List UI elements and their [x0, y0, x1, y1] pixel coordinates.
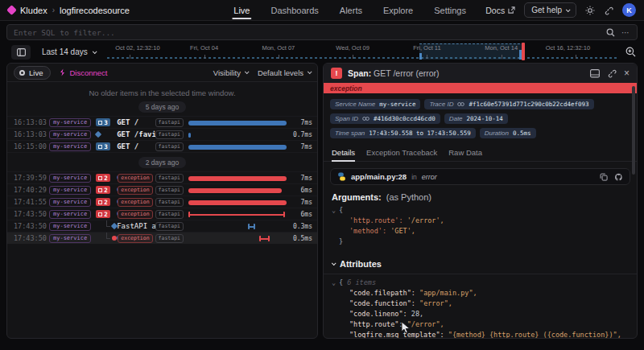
- chevron-down-icon: [332, 261, 336, 266]
- theme-toggle-button[interactable]: [585, 6, 595, 15]
- link-icon[interactable]: [607, 68, 617, 78]
- github-icon[interactable]: [614, 173, 623, 181]
- timeline-baseline: [107, 57, 619, 59]
- tab-details[interactable]: Details: [332, 146, 355, 161]
- tick-label: Fri, Oct 04: [190, 44, 218, 51]
- timeline-track[interactable]: Oct 02, 12:32:10 Fri, Oct 04 Mon, Oct 07…: [107, 43, 619, 61]
- more-options-icon[interactable]: ⋯: [621, 28, 630, 37]
- trace-row[interactable]: 17:40:29 my-service 2 GET /error excepti…: [7, 183, 317, 196]
- zoom-in-icon: [625, 47, 636, 57]
- duration-bar-zone: [188, 196, 287, 208]
- trace-row[interactable]: 16:15:00 my-service 3 GET / fastapi 7ms: [7, 140, 317, 152]
- nav-dashboards[interactable]: Dashboards: [270, 1, 318, 19]
- child-count-badge[interactable]: 3: [96, 118, 110, 126]
- tab-raw-data[interactable]: Raw Data: [448, 146, 482, 161]
- timeline-current-marker[interactable]: [522, 43, 525, 60]
- breadcrumb: Kludex › logfirecodesource: [8, 6, 130, 15]
- default-levels-dropdown[interactable]: Default levels: [258, 68, 311, 77]
- service-pill: my-service: [49, 210, 91, 219]
- tag-exception: exception: [118, 198, 152, 207]
- copy-icon[interactable]: [600, 173, 608, 181]
- tab-exception-traceback[interactable]: Exception Traceback: [366, 146, 437, 161]
- span-diamond-icon: [95, 131, 101, 138]
- trace-row[interactable]: 17:39:59 my-service 2 GET /error excepti…: [7, 171, 317, 183]
- tag-exception: exception: [118, 174, 152, 183]
- row-time: 17:39:59: [14, 174, 49, 182]
- duration-bar-zone: [188, 129, 287, 140]
- trace-row[interactable]: 17:43:50 my-service 2 GET /error excepti…: [7, 208, 317, 220]
- visibility-dropdown[interactable]: Visibility: [213, 68, 248, 77]
- child-count-badge[interactable]: 2: [96, 174, 110, 182]
- child-count-badge[interactable]: 3: [96, 142, 110, 150]
- duration-bar: [188, 188, 282, 193]
- chevron-down-icon: [245, 69, 250, 74]
- get-help-button[interactable]: Get help: [524, 2, 576, 18]
- breadcrumb-project[interactable]: logfirecodesource: [60, 6, 130, 15]
- trace-row[interactable]: 16:13:03 my-service GET /favicon.ico fas…: [7, 128, 317, 140]
- timeline-bar: Last 14 days Oct 02, 12:32:10 Fri, Oct 0…: [0, 43, 644, 61]
- live-button-label: Live: [29, 68, 43, 77]
- nav-live[interactable]: Live: [233, 1, 250, 19]
- span-icon: [98, 121, 102, 125]
- user-avatar[interactable]: K: [622, 3, 636, 17]
- dock-panel-icon[interactable]: [590, 69, 600, 78]
- visibility-label: Visibility: [213, 68, 241, 77]
- code-location-bar[interactable]: app/main.py:28 in error: [330, 168, 630, 185]
- sql-filter-input[interactable]: [14, 28, 606, 37]
- row-time: 17:43:50: [14, 210, 49, 218]
- external-link-icon: [508, 6, 515, 14]
- service-pill: my-service: [49, 186, 91, 195]
- code-file: app/main.py:28: [351, 172, 407, 181]
- duration-bar-zone: [188, 172, 287, 183]
- live-button[interactable]: Live: [14, 66, 51, 80]
- disconnect-label: Disconnect: [69, 68, 107, 77]
- row-time: 17:40:29: [14, 186, 49, 194]
- nav-alerts[interactable]: Alerts: [340, 1, 362, 19]
- trace-row[interactable]: 17:41:55 my-service 2 GET /error excepti…: [7, 196, 317, 208]
- meta-trace-id[interactable]: Trace ID #f1c60e57391d771c290c0b22cd4ef0…: [424, 99, 593, 109]
- meta-span-id[interactable]: Span ID #416d30c0ccd46cd0: [330, 113, 440, 124]
- timeline-zoom-button[interactable]: [625, 47, 636, 57]
- duration-range-bar: [248, 224, 255, 229]
- service-pill: my-service: [49, 130, 91, 139]
- trace-row[interactable]: 17:43:50 my-service FastAPI arguments fa…: [7, 220, 317, 232]
- child-count-badge[interactable]: 2: [96, 186, 110, 194]
- logfire-logo-icon[interactable]: [6, 5, 17, 15]
- nav-settings[interactable]: Settings: [434, 1, 466, 19]
- collapse-icon[interactable]: ⌄: [332, 205, 339, 216]
- scrollbar-thumb[interactable]: [632, 86, 635, 175]
- close-icon[interactable]: ×: [624, 69, 630, 77]
- breadcrumb-org[interactable]: Kludex: [20, 6, 47, 15]
- timeline-tick: [279, 55, 279, 59]
- time-range-selector[interactable]: Last 14 days: [37, 47, 101, 56]
- attributes-code: ⌄{ 6 items "code.filepath": "app/main.py…: [324, 276, 637, 339]
- duration-label: 0.5ms: [287, 235, 312, 242]
- tag-exception: exception: [118, 186, 152, 195]
- tree-connector: [106, 233, 110, 239]
- service-pill: my-service: [49, 198, 91, 207]
- share-link-button[interactable]: [604, 6, 613, 15]
- row-time: 16:13:03: [14, 130, 49, 138]
- timeline-tick: [353, 55, 353, 59]
- collapse-icon[interactable]: ⌄: [332, 278, 339, 288]
- duration-label: 6ms: [287, 187, 312, 194]
- trace-row-selected[interactable]: 17:43:50 my-service GET /error (error) e…: [7, 232, 317, 244]
- breadcrumb-separator: ›: [52, 6, 55, 14]
- docs-link[interactable]: Docs: [485, 6, 515, 15]
- link-icon: [457, 101, 464, 107]
- child-count-badge[interactable]: 2: [96, 210, 110, 218]
- nav-explore[interactable]: Explore: [383, 1, 413, 19]
- duration-bar: [188, 145, 287, 150]
- trace-row[interactable]: 16:13:03 my-service 3 GET / fastapi 7ms: [7, 116, 317, 128]
- search-icon[interactable]: [606, 28, 615, 37]
- attributes-heading[interactable]: Attributes: [324, 252, 637, 274]
- duration-bar: [188, 200, 287, 205]
- child-count-badge[interactable]: 2: [96, 198, 110, 206]
- time-ago-pill: 5 days ago: [138, 101, 187, 113]
- tick-label: Oct 02, 12:32:10: [115, 44, 159, 51]
- link-icon: [604, 6, 613, 15]
- disconnect-button[interactable]: Disconnect: [59, 68, 107, 77]
- sun-icon: [585, 6, 595, 15]
- span-icon: [98, 188, 102, 192]
- sidebar-toggle-button[interactable]: [11, 45, 31, 60]
